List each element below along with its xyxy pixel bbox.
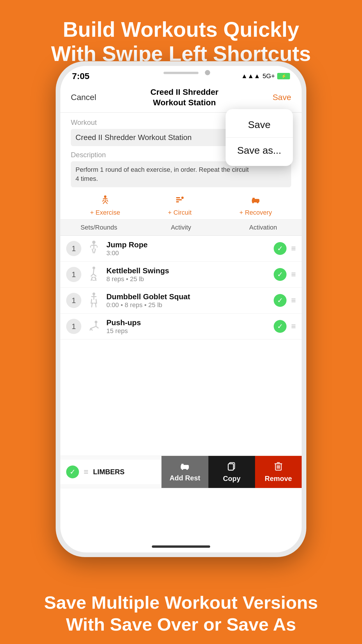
add-rest-icon	[180, 462, 189, 472]
swipe-reorder-icon[interactable]: ≡	[84, 467, 88, 477]
exercise-figure	[86, 318, 102, 335]
exercise-icon	[100, 195, 110, 207]
exercise-figure	[86, 240, 102, 257]
th-sets: Sets/Rounds	[60, 220, 137, 235]
sets-badge: 1	[66, 293, 81, 308]
table-row: 1 Push-ups 15 reps ✓ ≡	[60, 314, 302, 340]
table-row: 1 Jump Rope 3:00 ✓ ≡	[60, 236, 302, 262]
phone-mockup: 7:05 ▲▲▲ 5G+ ⚡ Cancel Creed II Shredder …	[56, 61, 306, 557]
phone-screen: 7:05 ▲▲▲ 5G+ ⚡ Cancel Creed II Shredder …	[60, 66, 302, 552]
reorder-icon[interactable]: ≡	[291, 322, 296, 331]
exercise-name: Jump Rope	[106, 240, 269, 249]
svg-point-16	[182, 468, 183, 470]
check-icon: ✓	[274, 268, 287, 281]
signal-icon: ▲▲▲	[241, 72, 260, 80]
swipe-action-row: ✓ ≡ LIMBERS Add Rest	[60, 456, 302, 488]
battery-icon: ⚡	[277, 73, 290, 79]
svg-point-4	[181, 197, 184, 199]
svg-point-0	[104, 195, 106, 198]
add-buttons-row: + Exercise + Circuit	[60, 192, 302, 220]
svg-rect-3	[176, 201, 179, 202]
exercise-detail: 15 reps	[106, 327, 269, 335]
add-recovery-label: + Recovery	[239, 209, 272, 216]
svg-point-17	[186, 468, 188, 470]
remove-action[interactable]: Remove	[255, 456, 302, 488]
check-icon: ✓	[274, 294, 287, 307]
exercise-figure	[86, 266, 102, 283]
exercise-info: Push-ups 15 reps	[106, 318, 269, 335]
exercise-info: Kettlebell Swings 8 reps • 25 lb	[106, 266, 269, 283]
exercise-info: Dumbbell Goblet Squat 0:00 • 8 reps • 25…	[106, 292, 269, 309]
remove-label: Remove	[265, 475, 292, 483]
save-option[interactable]: Save	[226, 112, 293, 138]
add-circuit-button[interactable]: + Circuit	[168, 195, 191, 216]
phone-body: 7:05 ▲▲▲ 5G+ ⚡ Cancel Creed II Shredder …	[56, 61, 306, 557]
copy-label: Copy	[223, 475, 240, 483]
exercise-detail: 8 reps • 25 lb	[106, 275, 269, 283]
exercise-detail: 3:00	[106, 249, 269, 257]
svg-point-7	[252, 202, 254, 203]
reorder-icon[interactable]: ≡	[291, 296, 296, 305]
exercise-name: Push-ups	[106, 318, 269, 327]
home-indicator	[152, 545, 210, 548]
add-exercise-button[interactable]: + Exercise	[90, 195, 120, 216]
nav-bar: Cancel Creed II Shredder Workout Station…	[60, 84, 302, 113]
reorder-icon[interactable]: ≡	[291, 244, 296, 253]
add-rest-label: Add Rest	[170, 474, 200, 482]
svg-rect-6	[252, 198, 255, 200]
swipe-check-icon: ✓	[66, 466, 79, 478]
save-button[interactable]: Save	[273, 93, 291, 102]
svg-rect-2	[176, 199, 182, 200]
exercise-name: Kettlebell Swings	[106, 266, 269, 275]
remove-icon	[274, 461, 282, 473]
sets-badge: 1	[66, 319, 81, 334]
svg-rect-15	[181, 464, 184, 466]
speaker	[164, 72, 198, 74]
network-label: 5G+	[263, 72, 275, 80]
add-exercise-label: + Exercise	[90, 209, 120, 216]
exercise-detail: 0:00 • 8 reps • 25 lb	[106, 301, 269, 309]
exercise-figure	[86, 292, 102, 309]
save-as-option[interactable]: Save as...	[226, 138, 293, 163]
bottom-headline: Save Multiple Workout Versions With Save…	[0, 592, 362, 635]
status-icons: ▲▲▲ 5G+ ⚡	[241, 72, 290, 80]
table-row: 1 Dumbbell Goblet Squat 0:00 • 8 reps • …	[60, 288, 302, 314]
svg-point-9	[92, 241, 95, 244]
table-header: Sets/Rounds Activity Activation	[60, 220, 302, 236]
add-circuit-label: + Circuit	[168, 209, 191, 216]
recovery-icon	[251, 195, 261, 207]
add-rest-action[interactable]: Add Rest	[161, 456, 208, 488]
swipe-exercise-info: ✓ ≡ LIMBERS	[60, 460, 161, 484]
th-activation: Activation	[225, 220, 302, 235]
status-time: 7:05	[72, 71, 89, 81]
copy-action[interactable]: Copy	[208, 456, 255, 488]
th-activity: Activity	[137, 220, 224, 235]
svg-rect-19	[228, 464, 233, 470]
svg-rect-1	[176, 197, 180, 198]
reorder-icon[interactable]: ≡	[291, 270, 296, 279]
exercise-info: Jump Rope 3:00	[106, 240, 269, 257]
svg-point-8	[257, 202, 259, 203]
camera-dot	[205, 70, 210, 75]
swipe-exercise-name: LIMBERS	[93, 468, 124, 476]
exercise-name: Dumbbell Goblet Squat	[106, 292, 269, 301]
table-row: 1 Kettlebell Swings 8 reps • 25 lb ✓ ≡	[60, 262, 302, 288]
check-icon: ✓	[274, 320, 287, 333]
copy-icon	[228, 461, 236, 473]
nav-title: Creed II Shredder Workout Station	[150, 87, 218, 108]
circuit-icon	[175, 195, 185, 207]
check-icon: ✓	[274, 242, 287, 255]
add-recovery-button[interactable]: + Recovery	[239, 195, 272, 216]
sets-badge: 1	[66, 267, 81, 282]
save-popup: Save Save as...	[226, 109, 293, 166]
exercise-list: 1 Jump Rope 3:00 ✓ ≡	[60, 236, 302, 340]
sets-badge: 1	[66, 241, 81, 256]
cancel-button[interactable]: Cancel	[71, 93, 96, 102]
status-bar: 7:05 ▲▲▲ 5G+ ⚡	[60, 66, 302, 84]
